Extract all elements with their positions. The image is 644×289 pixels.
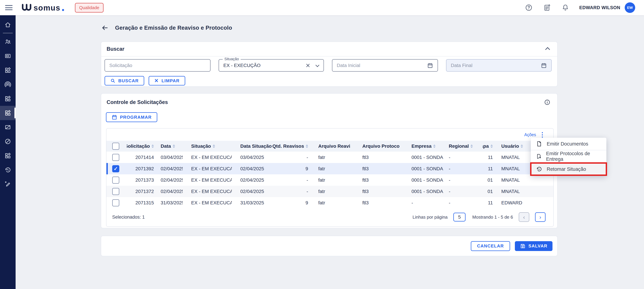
table-body: 2071414 03/04/2025 EX - EM EXECUCAO 03/0… — [106, 152, 553, 208]
sidebar-divider — [3, 33, 13, 33]
column-header[interactable]: Etapa — [483, 143, 493, 149]
row-checkbox[interactable] — [112, 177, 119, 184]
help-icon[interactable] — [524, 3, 533, 12]
situacao-select[interactable]: Situação EX - EXECUÇÃO — [218, 59, 324, 72]
brand-wordmark: somus — [34, 4, 60, 12]
back-arrow-icon[interactable] — [101, 24, 109, 32]
history-icon — [4, 167, 11, 173]
solicitacoes-panel-title: Controle de Solicitações — [106, 99, 168, 105]
kebab-menu-icon[interactable]: ⋮ — [538, 131, 546, 138]
sidebar-item-home[interactable] — [0, 18, 16, 32]
salvar-button[interactable]: SALVAR — [515, 241, 552, 251]
column-header[interactable]: Qtd. Reavisos — [272, 143, 308, 149]
clear-icon[interactable] — [305, 63, 311, 68]
table-row[interactable]: 2071315 31/03/2025 EX - EM EXECUCAO 31/0… — [106, 197, 553, 208]
page-title: Geração e Emissão de Reaviso e Protocolo — [115, 25, 232, 31]
radar-icon — [4, 81, 11, 88]
select-all-checkbox[interactable] — [112, 143, 119, 150]
column-header[interactable]: Usuário — [493, 143, 527, 149]
buscar-button[interactable]: BUSCAR — [104, 76, 144, 86]
sidebar-item-edit-off[interactable] — [0, 177, 16, 191]
prev-page-button[interactable]: ‹ — [519, 212, 529, 222]
sidebar-item-modules-1[interactable] — [0, 63, 16, 77]
app-screen: somus Qualidade — [0, 0, 644, 289]
sort-icon — [433, 145, 436, 148]
save-icon — [520, 243, 526, 249]
column-header[interactable]: Arquivo Protocolo — [350, 143, 400, 149]
programar-button[interactable]: PROGRAMAR — [106, 112, 157, 122]
column-header[interactable]: Data — [154, 143, 183, 149]
home-icon — [4, 21, 11, 28]
sort-icon — [490, 145, 493, 148]
document-export-icon — [536, 153, 542, 160]
user-menu[interactable]: EDWARD WILSON EW — [579, 2, 635, 13]
sort-icon — [152, 145, 154, 148]
table-footer: Selecionados: 1 Linhas por página 5 Most… — [106, 208, 553, 226]
limpar-button[interactable]: ✕ LIMPAR — [149, 76, 185, 86]
notifications-icon[interactable] — [561, 3, 570, 12]
next-page-button[interactable]: › — [535, 212, 546, 222]
data-final-placeholder: Data Final — [451, 63, 472, 68]
document-icon — [536, 141, 542, 147]
brand-logo: somus — [21, 4, 64, 12]
column-header[interactable]: Arquivo Reaviso — [308, 143, 350, 149]
sidebar — [0, 15, 16, 289]
column-header[interactable]: Situação — [183, 143, 232, 149]
column-header[interactable]: Solicitação — [127, 143, 154, 149]
acoes-label[interactable]: Ações — [524, 132, 536, 137]
chevron-down-icon[interactable] — [316, 63, 320, 67]
sort-icon — [173, 145, 175, 148]
menu-item-retomar-situacao[interactable]: Retomar Situação — [531, 163, 606, 175]
column-header[interactable]: Data Situação — [232, 143, 272, 149]
table-row[interactable]: 2071373 02/04/2025 EX - EM EXECUCAO 02/0… — [106, 174, 553, 186]
avatar[interactable]: EW — [625, 2, 635, 13]
showing-range-label: Mostrando 1 - 5 de 6 — [472, 214, 513, 220]
sidebar-item-modules-3[interactable] — [0, 149, 16, 163]
cancelar-button[interactable]: CANCELAR — [471, 241, 510, 251]
modules-icon — [4, 67, 11, 74]
row-checkbox[interactable] — [112, 154, 119, 161]
blocked-icon — [4, 138, 11, 145]
menu-item-emitir-documentos[interactable]: Emitir Documentos — [531, 138, 606, 150]
sidebar-item-blocked[interactable] — [0, 134, 16, 149]
situacao-label: Situação — [223, 57, 241, 61]
table-row[interactable]: 2071414 03/04/2025 EX - EM EXECUCAO 03/0… — [106, 152, 553, 163]
data-inicial-placeholder: Data Inicial — [337, 63, 360, 68]
menu-toggle-button[interactable] — [5, 5, 12, 11]
form-actions: CANCELAR SALVAR — [101, 236, 558, 256]
data-final-input[interactable]: Data Final — [446, 59, 552, 72]
row-checkbox[interactable] — [112, 188, 119, 195]
table-row[interactable]: 2071372 02/04/2025 EX - EM EXECUCAO 02/0… — [106, 186, 553, 197]
collapse-chevron-icon[interactable] — [545, 47, 550, 52]
calendar-icon[interactable] — [427, 62, 433, 69]
info-icon[interactable] — [544, 99, 550, 106]
sort-icon — [306, 145, 308, 148]
menu-item-emitir-protocolos[interactable]: Emitir Protocolos de Entrega — [531, 150, 606, 163]
sidebar-item-card[interactable] — [0, 49, 16, 63]
screen-off-icon — [4, 124, 11, 131]
sidebar-item-screen-off[interactable] — [0, 120, 16, 134]
column-header[interactable]: Empresa — [400, 143, 447, 149]
search-icon — [110, 78, 116, 83]
row-checkbox[interactable] — [112, 199, 119, 206]
sort-icon — [520, 145, 523, 148]
sidebar-item-history[interactable] — [0, 163, 16, 177]
rows-per-page-select[interactable]: 5 — [453, 213, 466, 221]
table-row[interactable]: 2071392 02/04/2025 EX - EM EXECUCAO 02/0… — [106, 163, 553, 174]
calendar-icon[interactable] — [541, 62, 547, 69]
modules-icon — [4, 110, 11, 116]
sidebar-item-modules-active[interactable] — [0, 106, 16, 120]
solicitacao-input[interactable]: Solicitação — [104, 59, 210, 72]
data-inicial-input[interactable]: Data Inicial — [332, 59, 438, 72]
brand-mark-icon — [21, 4, 32, 12]
column-header[interactable]: Regional — [447, 143, 483, 149]
sidebar-item-radar[interactable] — [0, 77, 16, 92]
solicitacao-placeholder: Solicitação — [109, 63, 132, 68]
sidebar-item-users[interactable] — [0, 35, 16, 49]
table-container: Ações ⋮ SolicitaçãoDataSituaçãoData Situ… — [106, 128, 554, 227]
row-checkbox[interactable] — [112, 165, 119, 172]
sidebar-item-modules-2[interactable] — [0, 92, 16, 106]
calendar-icon — [112, 114, 117, 120]
card-icon — [4, 53, 11, 59]
note-add-icon[interactable] — [543, 3, 552, 12]
